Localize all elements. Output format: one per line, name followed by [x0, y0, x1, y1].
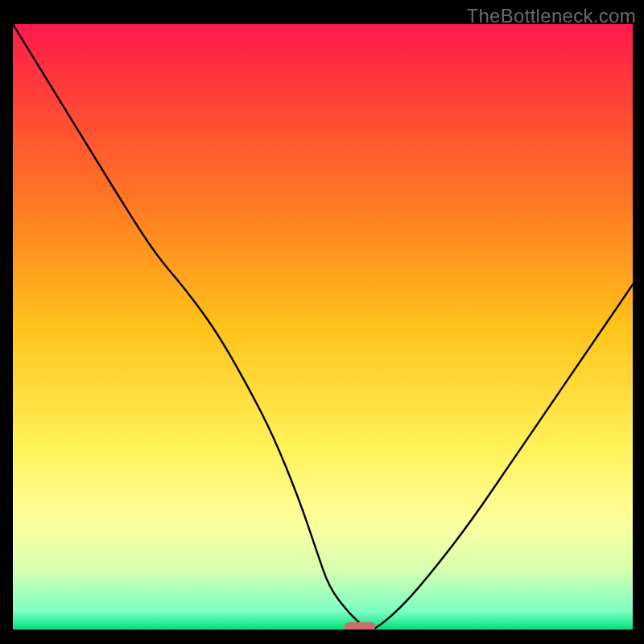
optimal-range-marker	[345, 622, 376, 630]
bottleneck-chart	[13, 24, 633, 630]
attribution-label: TheBottleneck.com	[466, 5, 636, 27]
plot-area	[13, 24, 633, 630]
chart-frame: TheBottleneck.com	[0, 0, 644, 644]
gradient-background	[13, 24, 633, 630]
